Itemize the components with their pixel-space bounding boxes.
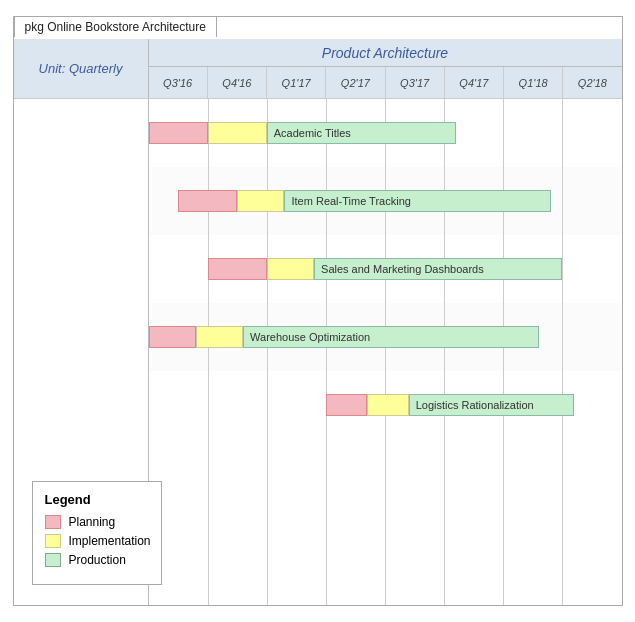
quarter-cell-5: Q4'17 — [445, 67, 504, 98]
quarter-cell-0: Q3'16 — [149, 67, 208, 98]
legend-item-0: Planning — [45, 515, 145, 529]
quarter-cell-4: Q3'17 — [386, 67, 445, 98]
bar-planning-2 — [208, 258, 267, 280]
gantt-grid: Academic TitlesItem Real-Time TrackingSa… — [149, 99, 622, 605]
gantt-row-4: Logistics Rationalization — [149, 371, 622, 439]
quarter-cell-2: Q1'17 — [267, 67, 326, 98]
chart-header: Unit: Quarterly Product Architecture Q3'… — [14, 39, 622, 99]
bar-production-2: Sales and Marketing Dashboards — [314, 258, 562, 280]
legend-label-1: Implementation — [69, 534, 151, 548]
legend-swatch-1 — [45, 534, 61, 548]
gantt-row-2: Sales and Marketing Dashboards — [149, 235, 622, 303]
bar-implementation-1 — [237, 190, 284, 212]
chart-container: pkg Online Bookstore Architecture Unit: … — [13, 16, 623, 606]
quarter-cell-7: Q2'18 — [563, 67, 621, 98]
quarters-row: Q3'16Q4'16Q1'17Q2'17Q3'17Q4'17Q1'18Q2'18 — [149, 67, 622, 98]
legend-swatch-0 — [45, 515, 61, 529]
gantt-row-3: Warehouse Optimization — [149, 303, 622, 371]
unit-label: Unit: Quarterly — [14, 39, 149, 98]
bar-production-1: Item Real-Time Tracking — [284, 190, 550, 212]
bar-planning-4 — [326, 394, 367, 416]
bar-planning-0 — [149, 122, 208, 144]
legend: Legend PlanningImplementationProduction — [32, 481, 162, 585]
legend-title: Legend — [45, 492, 145, 507]
bar-implementation-2 — [267, 258, 314, 280]
legend-label-0: Planning — [69, 515, 116, 529]
bar-planning-1 — [178, 190, 237, 212]
bar-implementation-0 — [208, 122, 267, 144]
gantt-row-1: Item Real-Time Tracking — [149, 167, 622, 235]
legend-item-2: Production — [45, 553, 145, 567]
quarter-cell-1: Q4'16 — [208, 67, 267, 98]
header-right: Product Architecture Q3'16Q4'16Q1'17Q2'1… — [149, 39, 622, 98]
chart-title: pkg Online Bookstore Architecture — [14, 16, 217, 37]
product-architecture-title: Product Architecture — [149, 39, 622, 67]
legend-swatch-2 — [45, 553, 61, 567]
gantt-row-0: Academic Titles — [149, 99, 622, 167]
quarter-cell-3: Q2'17 — [326, 67, 385, 98]
legend-item-1: Implementation — [45, 534, 145, 548]
bar-production-4: Logistics Rationalization — [409, 394, 575, 416]
gantt-rows: Academic TitlesItem Real-Time TrackingSa… — [149, 99, 622, 605]
bar-production-3: Warehouse Optimization — [243, 326, 539, 348]
legend-label-2: Production — [69, 553, 126, 567]
quarter-cell-6: Q1'18 — [504, 67, 563, 98]
bar-planning-3 — [149, 326, 196, 348]
bar-implementation-3 — [196, 326, 243, 348]
bar-production-0: Academic Titles — [267, 122, 456, 144]
bar-implementation-4 — [367, 394, 408, 416]
